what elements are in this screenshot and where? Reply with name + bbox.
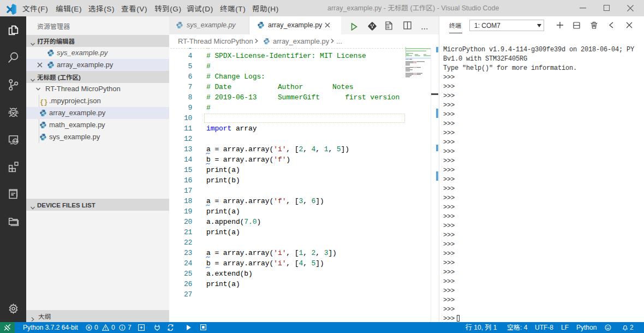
svg-text:10: 10: [386, 26, 390, 29]
